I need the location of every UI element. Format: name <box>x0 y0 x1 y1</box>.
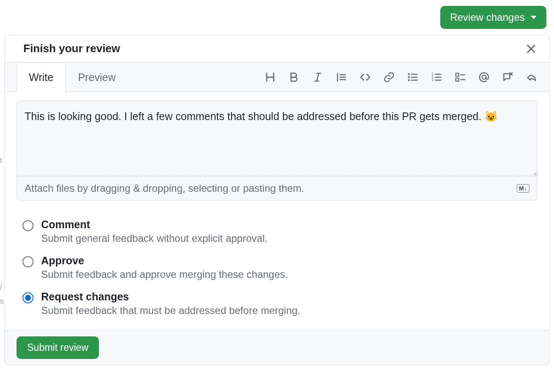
edge-decor: / <box>0 283 4 291</box>
italic-icon <box>312 71 324 83</box>
svg-point-0 <box>408 73 409 75</box>
svg-point-2 <box>408 79 409 81</box>
edge-decor: s <box>0 297 4 306</box>
radio-approve[interactable] <box>22 256 34 267</box>
option-label-comment[interactable]: Comment <box>41 218 268 231</box>
tabs-row: Write Preview <box>5 62 549 92</box>
formatting-toolbar: 123 <box>264 71 537 83</box>
quote-icon <box>336 71 347 83</box>
panel-title: Finish your review <box>23 42 120 55</box>
tabs: Write Preview <box>17 62 128 92</box>
review-options: Comment Submit general feedback without … <box>5 209 549 330</box>
bold-icon <box>288 71 300 83</box>
italic-button[interactable] <box>312 71 324 83</box>
radio-comment[interactable] <box>22 220 34 231</box>
tab-write[interactable]: Write <box>17 62 66 92</box>
option-request-changes[interactable]: Request changes Submit feedback that mus… <box>22 286 537 322</box>
review-panel: Finish your review Write Preview <box>4 35 550 365</box>
unordered-list-button[interactable] <box>407 71 419 83</box>
option-label-approve[interactable]: Approve <box>41 255 288 267</box>
markdown-badge[interactable]: M↓ <box>517 184 529 193</box>
option-desc-comment: Submit general feedback without explicit… <box>41 232 268 244</box>
panel-footer: Submit review <box>5 330 549 365</box>
review-changes-button[interactable]: Review changes <box>440 6 546 29</box>
link-button[interactable] <box>383 71 395 83</box>
ordered-list-button[interactable]: 123 <box>431 71 442 83</box>
attach-hint: Attach files by dragging & dropping, sel… <box>25 182 304 194</box>
heading-icon <box>264 71 276 83</box>
chevron-down-icon <box>531 16 537 19</box>
reply-button[interactable] <box>526 71 537 83</box>
editor-area: Attach files by dragging & dropping, sel… <box>5 92 549 209</box>
svg-rect-6 <box>456 73 459 76</box>
option-comment[interactable]: Comment Submit general feedback without … <box>22 213 537 249</box>
option-desc-request-changes: Submit feedback that must be addressed b… <box>41 305 300 316</box>
close-button[interactable] <box>526 43 537 54</box>
review-textarea[interactable] <box>17 101 537 176</box>
cross-reference-button[interactable] <box>502 71 514 83</box>
code-icon <box>359 71 371 83</box>
panel-header: Finish your review <box>5 35 549 62</box>
tab-preview[interactable]: Preview <box>66 62 128 92</box>
bold-button[interactable] <box>288 71 300 83</box>
edge-decor: t <box>0 156 4 165</box>
option-text: Approve Submit feedback and approve merg… <box>41 255 288 280</box>
link-icon <box>383 71 395 83</box>
heading-button[interactable] <box>264 71 276 83</box>
radio-request-changes[interactable] <box>22 292 34 303</box>
task-list-button[interactable] <box>454 71 466 83</box>
cross-reference-icon <box>502 71 514 83</box>
task-list-icon <box>454 71 466 83</box>
quote-button[interactable] <box>336 71 347 83</box>
review-changes-label: Review changes <box>450 11 525 23</box>
svg-point-8 <box>482 75 486 79</box>
svg-point-1 <box>408 76 409 78</box>
svg-text:3: 3 <box>431 78 434 82</box>
code-button[interactable] <box>359 71 371 83</box>
reply-icon <box>526 71 537 83</box>
close-icon <box>526 43 537 54</box>
mention-button[interactable] <box>478 71 490 83</box>
submit-review-button[interactable]: Submit review <box>17 336 99 359</box>
mention-icon <box>478 71 490 83</box>
textarea-wrap: Attach files by dragging & dropping, sel… <box>17 101 537 201</box>
unordered-list-icon <box>407 71 419 83</box>
attach-row[interactable]: Attach files by dragging & dropping, sel… <box>17 176 537 200</box>
option-approve[interactable]: Approve Submit feedback and approve merg… <box>22 249 537 286</box>
option-text: Comment Submit general feedback without … <box>41 218 268 244</box>
ordered-list-icon: 123 <box>431 71 442 83</box>
option-label-request-changes[interactable]: Request changes <box>41 291 300 303</box>
svg-rect-7 <box>456 78 459 81</box>
option-desc-approve: Submit feedback and approve merging thes… <box>41 269 288 280</box>
top-bar: Review changes <box>0 0 554 35</box>
option-text: Request changes Submit feedback that mus… <box>41 291 300 316</box>
